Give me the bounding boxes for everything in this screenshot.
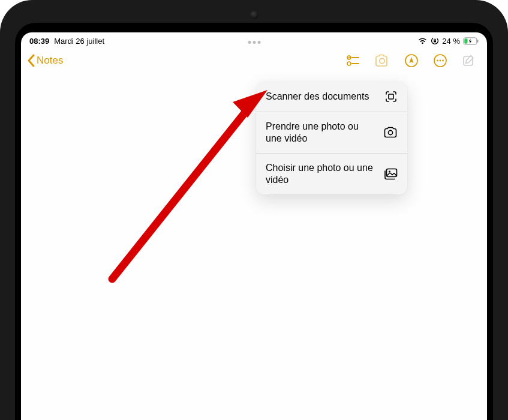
device-inner: 08:39 Mardi 26 juillet 24 %	[15, 23, 493, 420]
more-icon[interactable]	[433, 53, 447, 68]
popover-item-scan[interactable]: Scanner des documents	[256, 82, 407, 112]
svg-point-9	[380, 58, 384, 63]
svg-point-12	[437, 60, 438, 62]
back-button[interactable]: Notes	[27, 54, 63, 67]
svg-rect-15	[464, 56, 473, 65]
status-left: 08:39 Mardi 26 juillet	[29, 37, 104, 46]
svg-point-13	[440, 60, 441, 62]
device-frame: 08:39 Mardi 26 juillet 24 %	[0, 0, 508, 420]
multitask-dots[interactable]	[248, 41, 260, 44]
status-time: 08:39	[29, 37, 49, 46]
svg-rect-3	[464, 38, 467, 43]
wifi-icon	[417, 37, 428, 44]
photo-library-icon	[383, 168, 398, 180]
svg-point-7	[347, 62, 351, 65]
popover-item-label: Prendre une photo ou une vidéo	[266, 121, 374, 145]
compose-icon[interactable]	[462, 53, 476, 68]
chevron-left-icon	[27, 54, 35, 67]
svg-rect-4	[477, 40, 479, 43]
popover-item-take-photo[interactable]: Prendre une photo ou une vidéo	[256, 112, 407, 154]
nav-right	[347, 53, 476, 68]
scan-document-icon	[384, 90, 398, 103]
svg-rect-1	[434, 40, 436, 42]
svg-rect-16	[389, 94, 393, 99]
status-right: 24 %	[417, 37, 479, 46]
popover-item-label: Choisir une photo ou une vidéo	[266, 162, 374, 186]
nav-bar: Notes	[21, 47, 487, 74]
checklist-icon[interactable]	[347, 55, 360, 67]
popover-item-label: Scanner des documents	[266, 91, 375, 103]
svg-rect-18	[387, 169, 397, 177]
camera-outline-icon	[383, 127, 398, 139]
battery-icon	[463, 37, 479, 45]
status-bar: 08:39 Mardi 26 juillet 24 %	[21, 32, 487, 47]
front-camera	[250, 11, 258, 19]
svg-point-14	[442, 60, 444, 62]
popover-item-choose-photo[interactable]: Choisir une photo ou une vidéo	[256, 154, 407, 194]
svg-line-20	[112, 107, 250, 279]
annotation-arrow	[91, 90, 270, 288]
camera-icon[interactable]	[374, 54, 390, 67]
svg-point-19	[389, 170, 390, 172]
markup-icon[interactable]	[404, 53, 419, 68]
orientation-lock-icon	[431, 37, 439, 45]
camera-popover: Scanner des documents Prendre une photo …	[256, 82, 407, 194]
screen: 08:39 Mardi 26 juillet 24 %	[21, 32, 487, 420]
status-date: Mardi 26 juillet	[54, 37, 104, 46]
battery-percent: 24 %	[442, 37, 460, 46]
back-label: Notes	[37, 55, 63, 67]
svg-point-17	[388, 130, 392, 134]
